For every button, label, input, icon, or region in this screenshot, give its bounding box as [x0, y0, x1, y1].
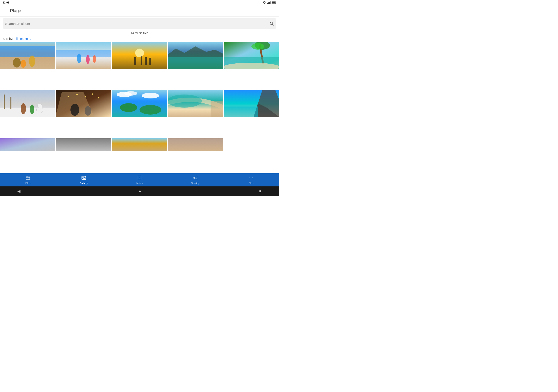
svg-point-77 — [193, 177, 195, 179]
nav-files[interactable]: Files — [0, 176, 56, 184]
back-sys-button[interactable]: ◀ — [17, 189, 20, 194]
svg-rect-25 — [149, 58, 151, 65]
svg-point-40 — [30, 104, 34, 114]
sort-value[interactable]: File name — [14, 37, 28, 41]
svg-line-80 — [195, 178, 196, 179]
svg-point-12 — [13, 58, 21, 68]
svg-point-19 — [93, 55, 96, 63]
nav-notes-label: Notes — [136, 182, 143, 184]
svg-rect-66 — [56, 138, 111, 151]
search-icon[interactable] — [270, 21, 274, 26]
svg-rect-22 — [134, 57, 136, 65]
svg-line-9 — [272, 24, 274, 26]
sharing-icon — [193, 176, 198, 181]
svg-rect-7 — [272, 2, 276, 3]
nav-notes[interactable]: Notes — [112, 176, 167, 184]
photo-cell-4[interactable] — [168, 42, 223, 69]
photo-cell-2[interactable] — [56, 42, 111, 69]
gallery-icon — [81, 176, 86, 181]
photo-cell-5[interactable] — [224, 42, 279, 69]
nav-sharing[interactable]: Sharing — [167, 176, 223, 184]
system-nav: ◀ ● ■ — [0, 187, 279, 196]
svg-rect-64 — [224, 106, 258, 117]
sort-arrow[interactable]: ↓ — [29, 37, 31, 41]
svg-rect-65 — [0, 138, 55, 151]
page-title: Plage — [10, 8, 21, 13]
notes-icon — [137, 176, 142, 181]
svg-line-79 — [195, 177, 196, 178]
svg-point-48 — [92, 94, 93, 95]
top-bar: ← Plage — [0, 5, 279, 17]
svg-rect-6 — [276, 2, 276, 3]
svg-rect-68 — [168, 138, 223, 151]
photo-cell-10[interactable] — [224, 90, 279, 117]
photo-cell-9[interactable] — [168, 90, 223, 117]
svg-point-18 — [86, 55, 90, 64]
svg-point-81 — [249, 178, 250, 178]
svg-point-57 — [140, 105, 161, 115]
media-count: 14 media files — [0, 31, 279, 35]
svg-point-54 — [124, 91, 137, 96]
svg-point-51 — [85, 106, 91, 116]
svg-point-82 — [251, 178, 252, 178]
svg-rect-38 — [10, 97, 11, 109]
status-bar: 12:03 — [0, 0, 279, 5]
photo-cell-3[interactable] — [112, 42, 167, 69]
recent-sys-button[interactable]: ■ — [259, 189, 262, 194]
svg-point-45 — [68, 96, 69, 97]
svg-point-14 — [21, 60, 26, 68]
back-button[interactable]: ← — [3, 8, 7, 14]
svg-point-78 — [196, 179, 197, 180]
svg-rect-1 — [267, 3, 268, 4]
svg-rect-28 — [168, 57, 223, 69]
svg-point-39 — [21, 103, 26, 114]
svg-point-13 — [29, 56, 35, 67]
photo-cell-14[interactable] — [168, 138, 223, 151]
svg-point-0 — [264, 3, 265, 4]
files-icon — [26, 176, 30, 181]
svg-point-71 — [83, 177, 84, 178]
battery-icon — [272, 1, 276, 4]
bottom-nav: Files Gallery Notes — [0, 173, 279, 187]
svg-rect-36 — [0, 108, 55, 117]
photo-cell-7[interactable] — [56, 90, 111, 117]
nav-files-label: Files — [25, 182, 30, 184]
wifi-icon — [262, 1, 266, 4]
svg-point-55 — [142, 93, 159, 98]
svg-rect-59 — [210, 101, 223, 117]
svg-rect-3 — [269, 2, 270, 4]
photo-cell-12[interactable] — [56, 138, 111, 151]
search-input[interactable] — [5, 22, 270, 26]
svg-rect-67 — [112, 138, 167, 151]
svg-rect-70 — [82, 176, 86, 179]
status-time: 12:03 — [3, 1, 9, 4]
search-bar — [3, 18, 276, 29]
photo-cell-empty — [224, 138, 279, 151]
svg-rect-23 — [140, 56, 142, 65]
photo-cell-11[interactable] — [0, 138, 55, 151]
sort-bar[interactable]: Sort by: File name ↓ — [0, 35, 279, 42]
nav-plus[interactable]: Plus — [223, 176, 279, 184]
nav-plus-label: Plus — [249, 182, 253, 184]
home-sys-button[interactable]: ● — [139, 189, 141, 194]
nav-gallery-label: Gallery — [79, 182, 88, 184]
signal-icon — [267, 1, 271, 4]
photo-cell-6[interactable] — [0, 90, 55, 117]
svg-rect-24 — [145, 57, 147, 65]
svg-point-83 — [252, 178, 253, 178]
svg-rect-16 — [56, 50, 111, 57]
photo-cell-13[interactable] — [112, 138, 167, 151]
svg-point-17 — [77, 54, 81, 63]
photo-cell-1[interactable] — [0, 42, 55, 69]
svg-point-60 — [168, 94, 202, 108]
svg-rect-37 — [4, 94, 5, 109]
photo-cell-8[interactable] — [112, 90, 167, 117]
plus-icon — [249, 176, 253, 181]
svg-point-49 — [98, 97, 100, 98]
svg-point-47 — [85, 96, 87, 97]
svg-point-32 — [251, 43, 264, 50]
nav-gallery[interactable]: Gallery — [56, 176, 112, 184]
svg-point-21 — [135, 49, 144, 57]
nav-sharing-label: Sharing — [191, 182, 200, 184]
svg-point-76 — [196, 176, 197, 177]
